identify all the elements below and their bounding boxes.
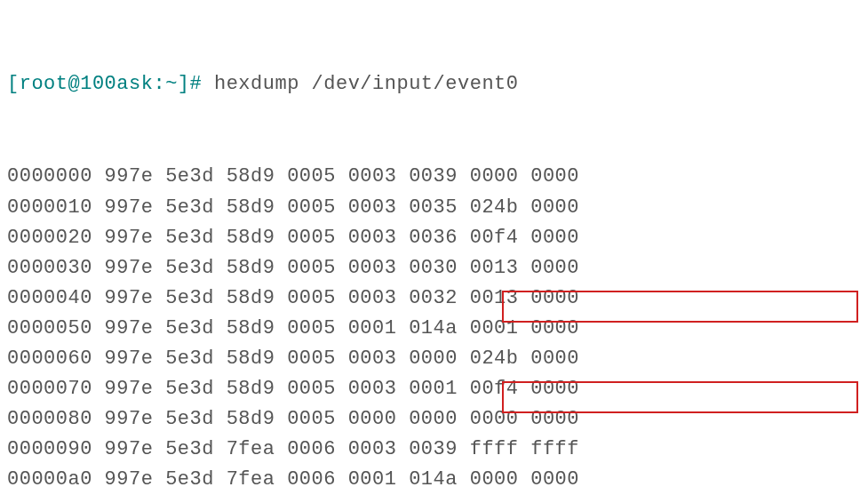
- hex-line: 0000010 997e 5e3d 58d9 0005 0003 0035 02…: [7, 193, 861, 223]
- hex-line: 0000030 997e 5e3d 58d9 0005 0003 0030 00…: [7, 253, 861, 283]
- hex-line: 0000000 997e 5e3d 58d9 0005 0003 0039 00…: [7, 162, 861, 192]
- shell-prompt: [root@100ask:~]#: [7, 73, 202, 95]
- hex-line: 0000070 997e 5e3d 58d9 0005 0003 0001 00…: [7, 374, 861, 404]
- hex-line: 0000090 997e 5e3d 7fea 0006 0003 0039 ff…: [7, 435, 861, 465]
- command-text: hexdump /dev/input/event0: [214, 73, 519, 95]
- hex-line: 00000a0 997e 5e3d 7fea 0006 0001 014a 00…: [7, 465, 861, 487]
- hex-line: 0000060 997e 5e3d 58d9 0005 0003 0000 02…: [7, 344, 861, 374]
- prompt-line: [root@100ask:~]# hexdump /dev/input/even…: [7, 69, 861, 100]
- hex-line: 0000040 997e 5e3d 58d9 0005 0003 0032 00…: [7, 283, 861, 314]
- hex-line: 0000080 997e 5e3d 58d9 0005 0000 0000 00…: [7, 404, 861, 435]
- hex-line: 0000020 997e 5e3d 58d9 0005 0003 0036 00…: [7, 223, 861, 253]
- hex-line: 0000050 997e 5e3d 58d9 0005 0001 014a 00…: [7, 314, 861, 344]
- hexdump-body: 0000000 997e 5e3d 58d9 0005 0003 0039 00…: [7, 162, 861, 487]
- terminal-output: [root@100ask:~]# hexdump /dev/input/even…: [7, 9, 861, 487]
